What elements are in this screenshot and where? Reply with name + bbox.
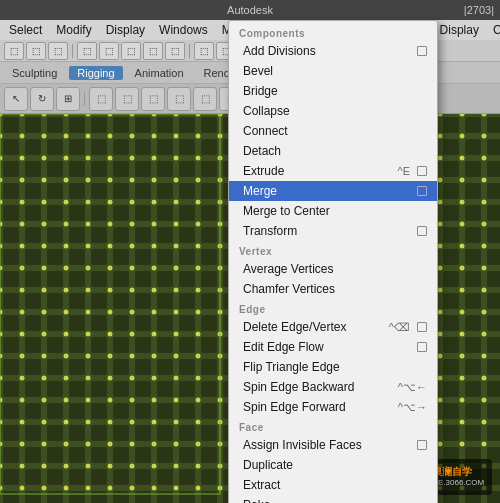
extrude-shortcut: ^E bbox=[398, 165, 411, 177]
mode-animation[interactable]: Animation bbox=[127, 66, 192, 80]
icon-btn-7[interactable]: ⬚ bbox=[167, 87, 191, 111]
extract-label: Extract bbox=[243, 478, 280, 492]
spin-edge-backward-label: Spin Edge Backward bbox=[243, 380, 354, 394]
connect-label: Connect bbox=[243, 124, 288, 138]
icon-btn-move[interactable]: ↖ bbox=[4, 87, 28, 111]
toolbar-btn-9[interactable]: ⬚ bbox=[194, 42, 214, 60]
title-text: Autodesk bbox=[227, 4, 273, 16]
section-vertex: Vertex bbox=[229, 241, 437, 259]
bevel-label: Bevel bbox=[243, 64, 273, 78]
delete-edge-box bbox=[417, 322, 427, 332]
merge-to-center-label: Merge to Center bbox=[243, 204, 330, 218]
menu-flip-triangle[interactable]: Flip Triangle Edge bbox=[229, 357, 437, 377]
duplicate-label: Duplicate bbox=[243, 458, 293, 472]
spin-forward-shortcut: ^⌥→ bbox=[398, 401, 427, 414]
toolbar-btn-8[interactable]: ⬚ bbox=[165, 42, 185, 60]
assign-invisible-box bbox=[417, 440, 427, 450]
menu-curves[interactable]: Curves bbox=[486, 21, 500, 39]
transform-box bbox=[417, 226, 427, 236]
toolbar-sep-1 bbox=[72, 44, 73, 58]
menu-extract[interactable]: Extract bbox=[229, 475, 437, 495]
menu-windows[interactable]: Windows bbox=[152, 21, 215, 39]
icon-sep-1 bbox=[84, 92, 85, 106]
transform-label: Transform bbox=[243, 224, 297, 238]
menu-detach[interactable]: Detach bbox=[229, 141, 437, 161]
chamfer-vertices-label: Chamfer Vertices bbox=[243, 282, 335, 296]
menu-chamfer-vertices[interactable]: Chamfer Vertices bbox=[229, 279, 437, 299]
add-divisions-label: Add Divisions bbox=[243, 44, 316, 58]
edit-mesh-dropdown: Components Add Divisions Bevel Bridge Co… bbox=[228, 20, 438, 503]
section-components: Components bbox=[229, 23, 437, 41]
toolbar-sep-2 bbox=[189, 44, 190, 58]
menu-connect[interactable]: Connect bbox=[229, 121, 437, 141]
add-divisions-box bbox=[417, 46, 427, 56]
menu-collapse[interactable]: Collapse bbox=[229, 101, 437, 121]
menu-spin-edge-forward[interactable]: Spin Edge Forward ^⌥→ bbox=[229, 397, 437, 417]
menu-merge[interactable]: Merge bbox=[229, 181, 437, 201]
merge-box bbox=[417, 186, 427, 196]
toolbar-btn-7[interactable]: ⬚ bbox=[143, 42, 163, 60]
assign-invisible-label: Assign Invisible Faces bbox=[243, 438, 362, 452]
icon-btn-scale[interactable]: ⊞ bbox=[56, 87, 80, 111]
menu-poke[interactable]: Poke bbox=[229, 495, 437, 503]
toolbar-btn-3[interactable]: ⬚ bbox=[48, 42, 68, 60]
edit-edge-flow-box bbox=[417, 342, 427, 352]
menu-extrude[interactable]: Extrude ^E bbox=[229, 161, 437, 181]
menu-duplicate[interactable]: Duplicate bbox=[229, 455, 437, 475]
menu-merge-to-center[interactable]: Merge to Center bbox=[229, 201, 437, 221]
menu-modify[interactable]: Modify bbox=[49, 21, 98, 39]
icon-btn-5[interactable]: ⬚ bbox=[115, 87, 139, 111]
menu-spin-edge-backward[interactable]: Spin Edge Backward ^⌥← bbox=[229, 377, 437, 397]
toolbar-btn-1[interactable]: ⬚ bbox=[4, 42, 24, 60]
menu-add-divisions[interactable]: Add Divisions bbox=[229, 41, 437, 61]
toolbar-btn-6[interactable]: ⬚ bbox=[121, 42, 141, 60]
icon-btn-4[interactable]: ⬚ bbox=[89, 87, 113, 111]
menu-select[interactable]: Select bbox=[2, 21, 49, 39]
average-vertices-label: Average Vertices bbox=[243, 262, 334, 276]
titlebar: Autodesk |2703| bbox=[0, 0, 500, 20]
mode-rigging[interactable]: Rigging bbox=[69, 66, 122, 80]
edit-edge-flow-label: Edit Edge Flow bbox=[243, 340, 324, 354]
extrude-box bbox=[417, 166, 427, 176]
poke-label: Poke bbox=[243, 498, 270, 503]
section-edge: Edge bbox=[229, 299, 437, 317]
menu-bevel[interactable]: Bevel bbox=[229, 61, 437, 81]
menu-edit-edge-flow[interactable]: Edit Edge Flow bbox=[229, 337, 437, 357]
delete-edge-shortcut: ^⌫ bbox=[389, 321, 410, 334]
extrude-label: Extrude bbox=[243, 164, 284, 178]
menu-display[interactable]: Display bbox=[99, 21, 152, 39]
flip-triangle-label: Flip Triangle Edge bbox=[243, 360, 340, 374]
spin-edge-forward-label: Spin Edge Forward bbox=[243, 400, 346, 414]
menu-delete-edge[interactable]: Delete Edge/Vertex ^⌫ bbox=[229, 317, 437, 337]
icon-btn-6[interactable]: ⬚ bbox=[141, 87, 165, 111]
toolbar-btn-5[interactable]: ⬚ bbox=[99, 42, 119, 60]
collapse-label: Collapse bbox=[243, 104, 290, 118]
menu-transform[interactable]: Transform bbox=[229, 221, 437, 241]
detach-label: Detach bbox=[243, 144, 281, 158]
toolbar-btn-2[interactable]: ⬚ bbox=[26, 42, 46, 60]
toolbar-btn-4[interactable]: ⬚ bbox=[77, 42, 97, 60]
section-face: Face bbox=[229, 417, 437, 435]
menu-bridge[interactable]: Bridge bbox=[229, 81, 437, 101]
mode-sculpting[interactable]: Sculpting bbox=[4, 66, 65, 80]
spin-backward-shortcut: ^⌥← bbox=[398, 381, 427, 394]
bridge-label: Bridge bbox=[243, 84, 278, 98]
titlebar-right: |2703| bbox=[464, 4, 500, 16]
menu-assign-invisible[interactable]: Assign Invisible Faces bbox=[229, 435, 437, 455]
merge-label: Merge bbox=[243, 184, 277, 198]
menu-average-vertices[interactable]: Average Vertices bbox=[229, 259, 437, 279]
delete-edge-label: Delete Edge/Vertex bbox=[243, 320, 346, 334]
icon-btn-rotate[interactable]: ↻ bbox=[30, 87, 54, 111]
icon-btn-8[interactable]: ⬚ bbox=[193, 87, 217, 111]
coords-text: |2703| bbox=[464, 4, 494, 16]
